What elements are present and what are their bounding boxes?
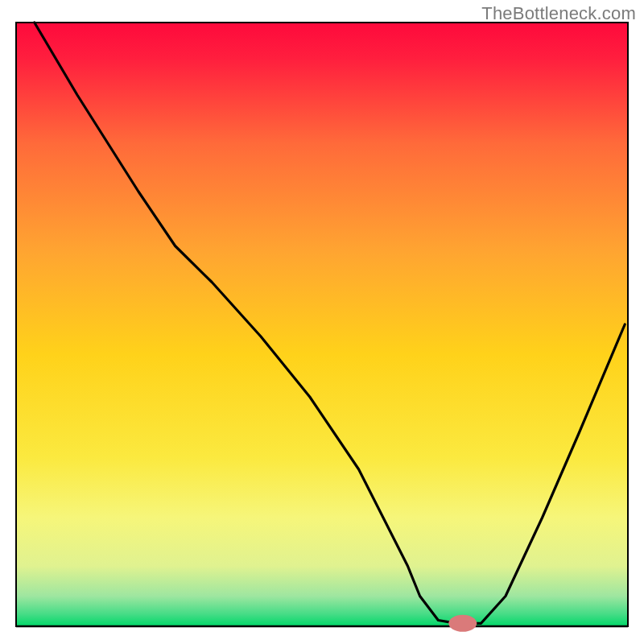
optimal-point-marker <box>448 615 477 632</box>
chart-container: TheBottleneck.com <box>0 0 644 644</box>
watermark-label: TheBottleneck.com <box>481 3 636 24</box>
chart-svg <box>0 0 644 644</box>
gradient-background <box>16 23 628 626</box>
